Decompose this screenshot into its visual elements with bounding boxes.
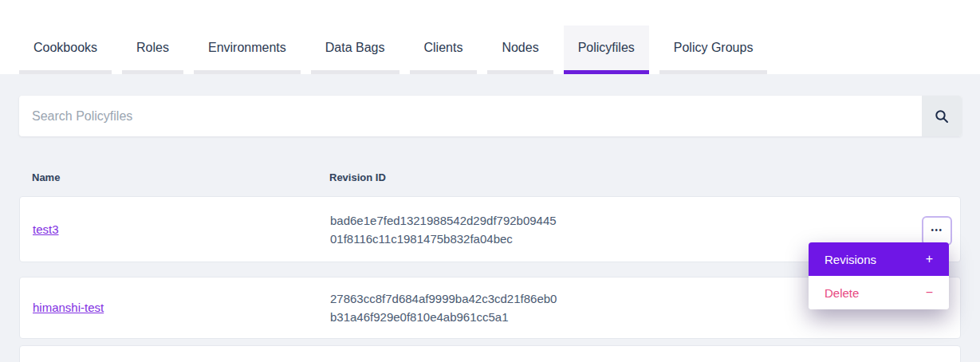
minus-icon: − bbox=[926, 285, 933, 300]
tab-policyfiles[interactable]: Policyfiles bbox=[564, 26, 649, 74]
table-row bbox=[19, 345, 961, 362]
tab-environments[interactable]: Environments bbox=[194, 26, 301, 74]
revision-id-line: 01f8116c11c1981475b832fa04bec bbox=[330, 230, 557, 248]
search-input[interactable] bbox=[19, 96, 922, 136]
row-actions-context-menu: Revisions + Delete − bbox=[809, 242, 949, 309]
tab-roles[interactable]: Roles bbox=[122, 26, 183, 74]
revision-id-line: 27863cc8f7d684af9999ba42c3cd21f86eb0 bbox=[330, 289, 557, 308]
policyfile-name-cell: test3 bbox=[33, 222, 59, 237]
page: Cookbooks Roles Environments Data Bags C… bbox=[0, 0, 980, 362]
policyfile-link[interactable]: test3 bbox=[33, 222, 59, 236]
policyfile-name-cell: himanshi-test bbox=[33, 301, 104, 315]
policyfile-link[interactable]: himanshi-test bbox=[33, 301, 104, 314]
tabs-container: Cookbooks Roles Environments Data Bags C… bbox=[19, 26, 767, 74]
revision-id-cell: 27863cc8f7d684af9999ba42c3cd21f86eb0 b31… bbox=[330, 289, 557, 326]
revision-id-line: bad6e1e7fed1321988542d29df792b09445 bbox=[330, 211, 557, 230]
tab-cookbooks[interactable]: Cookbooks bbox=[19, 26, 112, 74]
menu-item-revisions[interactable]: Revisions + bbox=[809, 242, 949, 276]
revision-id-cell: bad6e1e7fed1321988542d29df792b09445 01f8… bbox=[330, 211, 557, 248]
revision-id-line: b31a46f929e0f810e4ab961cc5a1 bbox=[330, 308, 557, 326]
content-area: Name Revision ID test3 bad6e1e7fed132198… bbox=[0, 74, 980, 362]
search-button[interactable] bbox=[922, 96, 962, 136]
search-bar bbox=[19, 96, 962, 136]
plus-icon: + bbox=[926, 252, 933, 266]
more-horizontal-icon: ••• bbox=[931, 226, 943, 234]
tab-nodes[interactable]: Nodes bbox=[487, 26, 553, 74]
column-header-name: Name bbox=[32, 171, 60, 183]
search-icon bbox=[935, 109, 949, 124]
tab-policy-groups[interactable]: Policy Groups bbox=[659, 26, 768, 74]
menu-item-delete[interactable]: Delete − bbox=[809, 276, 949, 309]
tab-bar: Cookbooks Roles Environments Data Bags C… bbox=[0, 0, 980, 74]
menu-item-label: Revisions bbox=[825, 253, 876, 266]
menu-item-label: Delete bbox=[825, 286, 859, 300]
column-header-revision-id: Revision ID bbox=[329, 171, 386, 183]
tab-data-bags[interactable]: Data Bags bbox=[311, 26, 399, 74]
more-actions-button[interactable]: ••• bbox=[922, 216, 952, 246]
tab-clients[interactable]: Clients bbox=[410, 26, 478, 74]
